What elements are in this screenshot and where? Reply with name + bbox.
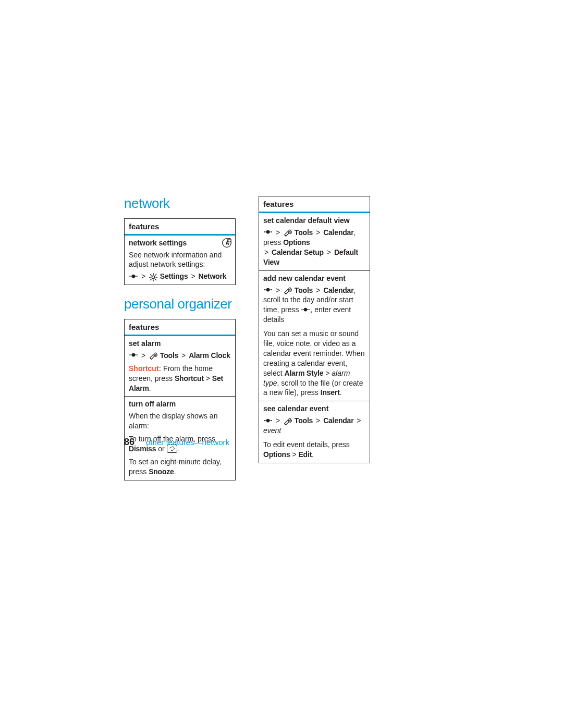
features-box-organizer: features set alarm > Tools > Alarm Clock… — [124, 319, 236, 480]
features-header: features — [125, 219, 235, 236]
line: When the display shows an alarm: — [129, 411, 231, 431]
row-title: see calendar event — [263, 404, 365, 413]
center-key-icon — [263, 229, 273, 236]
center-key-icon — [129, 352, 138, 359]
right-column: features set calendar default view > Too… — [259, 196, 369, 480]
shortcut-label: Shortcut: — [129, 364, 161, 373]
page-number: 86 — [124, 437, 134, 448]
row-network-settings: network settings See network information… — [125, 236, 235, 285]
center-key-icon — [129, 273, 138, 280]
features-header: features — [259, 196, 370, 213]
tools-icon — [149, 351, 158, 360]
row-title: set calendar default view — [263, 216, 365, 225]
features-box-calendar: features set calendar default view > Too… — [259, 196, 370, 463]
heading-personal-organizer: personal organizer — [124, 297, 235, 312]
operator-badge-icon — [222, 238, 232, 248]
features-box-network: features network settings See network in… — [124, 218, 236, 286]
tools-icon — [283, 228, 292, 237]
features-header: features — [125, 319, 235, 336]
tools-icon — [283, 417, 292, 425]
row-title: network settings — [129, 239, 231, 247]
nav-path: > Tools > Calendar, press Options > Cale… — [263, 228, 365, 267]
tools-icon — [283, 286, 292, 294]
row-title: set alarm — [129, 339, 231, 348]
paragraph: You can set a music or sound file, voice… — [263, 329, 365, 398]
nav-path: > Tools > Calendar > event — [263, 416, 365, 436]
center-key-icon — [263, 287, 273, 294]
line: To set an eight-minute delay, press Snoo… — [129, 457, 231, 477]
heading-network: network — [124, 196, 235, 211]
footer-section-title: other features—network — [146, 438, 229, 447]
row-desc: See network information and adjust netwo… — [129, 250, 231, 270]
row-add-event: add new calendar event > Tools > Calenda… — [259, 271, 370, 402]
center-key-icon — [263, 417, 273, 425]
row-set-alarm: set alarm > Tools > Alarm Clock Shortcut… — [125, 336, 235, 397]
nav-path: > Settings > Network — [129, 272, 231, 281]
row-title: add new calendar event — [263, 274, 365, 282]
nav-path: > Tools > Alarm Clock — [129, 351, 231, 361]
line: To edit event details, press Options > E… — [263, 440, 365, 460]
row-title: turn off alarm — [129, 400, 231, 408]
row-see-event: see calendar event > Tools > Calendar > … — [259, 401, 370, 463]
row-set-default-view: set calendar default view > Tools > Cale… — [259, 213, 370, 271]
shortcut-line: Shortcut: From the home screen, press Sh… — [129, 364, 231, 393]
settings-icon — [149, 273, 158, 281]
nav-path: > Tools > Calendar, scroll to the day an… — [263, 286, 365, 325]
page-footer: 86 other features—network — [124, 437, 229, 448]
center-key-icon — [301, 306, 310, 314]
